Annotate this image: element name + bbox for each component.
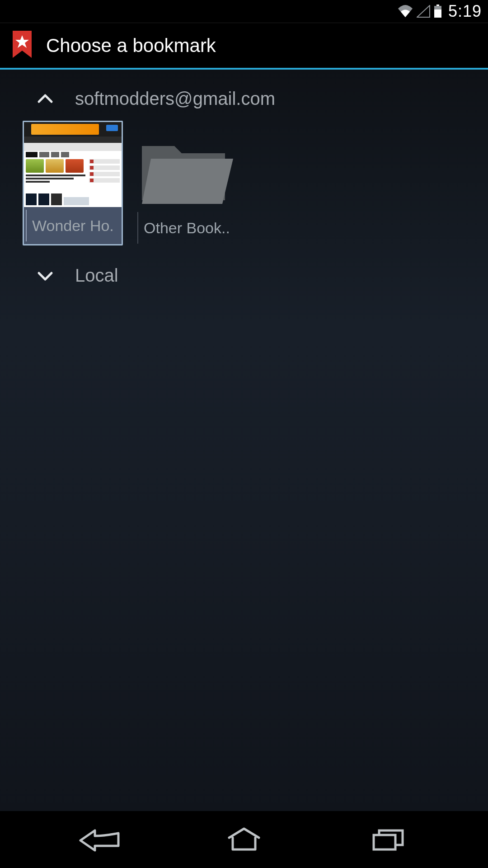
svg-rect-4 [374,835,395,849]
folder-caption: Other Book.. [137,212,234,244]
page-title: Choose a bookmark [46,35,216,57]
cell-signal-icon [417,5,430,18]
bookmark-folder-item[interactable]: Other Book.. [136,121,236,245]
chevron-up-icon [35,89,55,109]
recent-apps-button[interactable] [361,824,416,855]
bookmark-label: Wonder Ho.. [32,217,114,235]
bookmark-app-icon [11,31,33,61]
back-button[interactable] [72,824,127,855]
action-bar: Choose a bookmark [0,23,488,68]
section-label: Local [75,265,118,286]
bookmark-list: softmodders@gmail.com Wonder Ho.. [0,70,488,811]
battery-icon [434,5,442,18]
section-label: softmodders@gmail.com [75,89,275,109]
bookmark-thumbnail [24,122,122,207]
section-header-local[interactable]: Local [14,257,474,294]
system-nav-bar [0,811,488,868]
folder-icon [136,121,236,209]
status-bar: 5:19 [0,0,488,23]
home-button[interactable] [217,824,271,855]
chevron-down-icon [35,266,55,286]
svg-rect-0 [436,5,439,6]
bookmark-grid: Wonder Ho.. Other Book.. [14,117,474,249]
folder-label: Other Book.. [144,219,229,237]
svg-rect-2 [434,9,441,18]
section-header-account[interactable]: softmodders@gmail.com [14,80,474,117]
bookmark-caption: Wonder Ho.. [26,210,120,241]
bookmark-item[interactable]: Wonder Ho.. [23,121,123,245]
status-clock: 5:19 [448,2,482,21]
wifi-icon [398,5,413,18]
